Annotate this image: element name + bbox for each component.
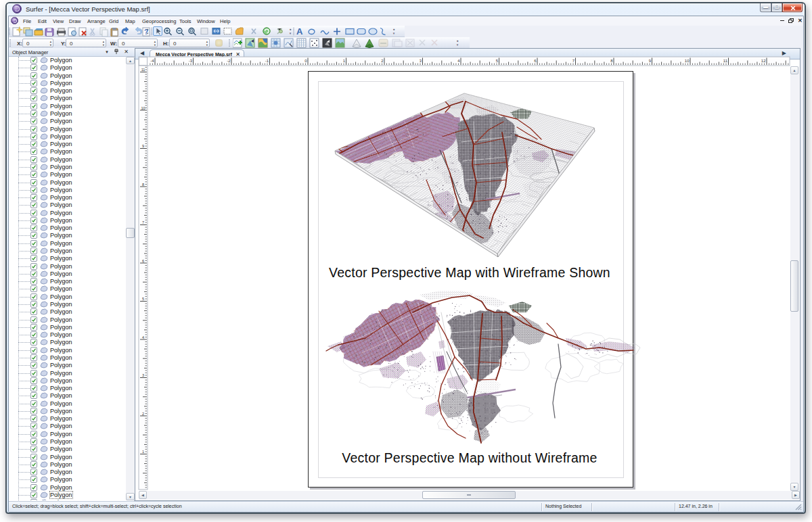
svg-text:A: A — [296, 26, 303, 37]
